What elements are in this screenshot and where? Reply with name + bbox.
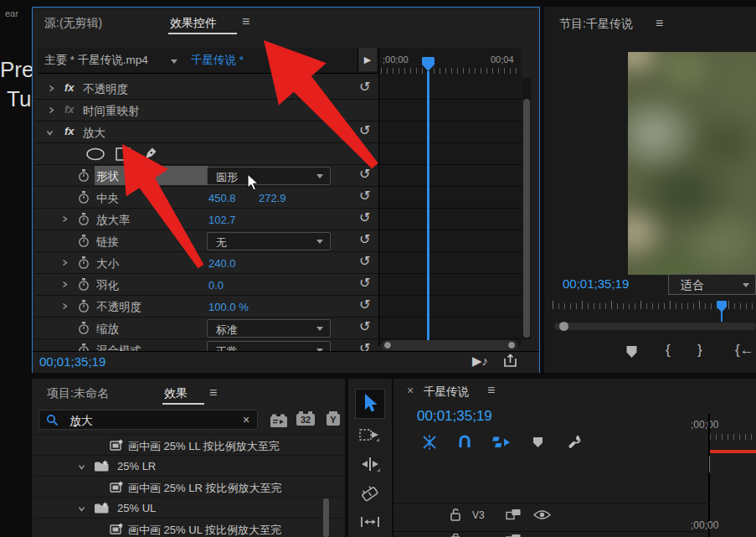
pen-mask-icon[interactable] [143, 146, 158, 161]
accelerated-effects-badge-icon[interactable] [270, 413, 288, 428]
stopwatch-icon[interactable] [78, 213, 90, 225]
magnification-value[interactable]: 102.7 [208, 214, 236, 226]
expand-chevron-icon[interactable] [48, 85, 55, 92]
clip-selector-chevron-icon[interactable] [171, 59, 177, 64]
property-row-magnification[interactable]: 放大率 102.7 ↺ [34, 209, 522, 230]
expand-chevron-icon[interactable] [61, 281, 69, 288]
timeline-timecode[interactable]: 00;01;35;19 [417, 408, 492, 425]
preset-bin-item[interactable]: 25% LR [33, 455, 343, 477]
program-panel-title[interactable]: 节目:千星传说 [559, 17, 633, 32]
ec-playhead-marker[interactable] [421, 56, 435, 72]
preset-bin-item[interactable]: 25% UL [33, 497, 343, 519]
track-lock-icon[interactable] [450, 508, 461, 521]
timeline-playhead-line[interactable] [709, 456, 710, 472]
opacity-value[interactable]: 100.0 % [208, 301, 249, 313]
linked-selection-icon[interactable] [492, 436, 511, 449]
timeline-tab-label[interactable]: 千星传说 [424, 385, 469, 400]
expand-chevron-icon[interactable] [61, 259, 69, 266]
add-marker-icon[interactable] [532, 436, 543, 448]
reset-property-icon[interactable]: ↺ [359, 255, 370, 268]
stopwatch-icon[interactable] [78, 169, 90, 182]
property-row-scaling[interactable]: 缩放 标准 ↺ [34, 318, 522, 339]
feather-value[interactable]: 0.0 [208, 279, 224, 292]
collapse-chevron-icon[interactable] [78, 505, 85, 513]
ripple-edit-tool[interactable] [359, 456, 381, 472]
reset-property-icon[interactable]: ↺ [359, 342, 370, 351]
reset-property-icon[interactable]: ↺ [359, 168, 370, 181]
close-tab-icon[interactable]: × [407, 384, 414, 397]
collapse-chevron-icon[interactable] [46, 129, 54, 137]
shape-dropdown[interactable]: 圆形 [207, 167, 331, 185]
mark-in-icon[interactable]: { [666, 342, 671, 359]
yuv-badge-icon[interactable]: Y [327, 414, 340, 426]
razor-tool[interactable] [360, 484, 380, 503]
reset-property-icon[interactable]: ↺ [359, 298, 370, 312]
effect-preset-item[interactable]: 画中画 25% UL 按比例放大至完 [33, 518, 343, 537]
stopwatch-icon[interactable] [78, 343, 90, 351]
ec-playhead-line[interactable] [427, 71, 429, 341]
blend-mode-dropdown[interactable]: 正常 [207, 341, 331, 351]
program-scroll-handle[interactable] [559, 322, 568, 331]
reset-property-icon[interactable]: ↺ [359, 233, 370, 246]
property-row-size[interactable]: 大小 240.0 ↺ [34, 252, 522, 274]
panel-menu-icon[interactable]: ≡ [487, 383, 495, 398]
stopwatch-icon[interactable] [78, 235, 90, 247]
play-audio-icon[interactable]: ▶♪ [472, 354, 488, 369]
scaling-dropdown[interactable]: 标准 [207, 319, 331, 338]
effect-row-opacity-fx[interactable]: fx 不透明度 ↺ [34, 78, 522, 100]
center-y-value[interactable]: 272.9 [259, 192, 286, 204]
program-timecode[interactable]: 00;01;35;19 [563, 276, 629, 291]
ellipse-mask-icon[interactable] [85, 147, 106, 162]
ec-ruler-ticks[interactable] [381, 68, 522, 74]
mark-out-icon[interactable]: } [697, 342, 702, 359]
ec-zoom-handle-right[interactable] [507, 341, 516, 349]
property-row-link[interactable]: 链接 无 ↺ [34, 230, 522, 252]
effects-list-scrollbar-thumb[interactable] [323, 498, 329, 537]
play-around-button[interactable]: ▶ [357, 48, 377, 71]
collapse-chevron-icon[interactable] [78, 463, 85, 471]
property-row-feather[interactable]: 羽化 0.0 ↺ [34, 274, 522, 296]
panel-menu-icon[interactable]: ≡ [242, 14, 249, 29]
reset-property-icon[interactable]: ↺ [359, 189, 370, 203]
tab-effects[interactable]: 效果 [164, 386, 188, 401]
add-marker-icon[interactable] [625, 345, 638, 359]
track-select-forward-tool[interactable] [359, 426, 381, 443]
size-value[interactable]: 240.0 [208, 257, 236, 270]
expand-chevron-icon[interactable] [48, 106, 55, 114]
stopwatch-icon[interactable] [78, 278, 90, 291]
master-clip-label[interactable]: 主要 * 千星传说.mp4 [44, 53, 148, 68]
reset-property-icon[interactable]: ↺ [359, 276, 370, 290]
property-row-shape[interactable]: 形状 圆形 ↺ [34, 165, 522, 187]
fx-badge-icon[interactable]: fx [64, 103, 75, 116]
timeline-settings-wrench-icon[interactable] [566, 433, 582, 449]
fx-badge-icon[interactable]: fx [64, 81, 75, 94]
timeline-ruler-ticks[interactable] [710, 434, 756, 440]
tab-project[interactable]: 项目:未命名 [47, 386, 109, 401]
expand-chevron-icon[interactable] [61, 215, 69, 223]
clear-search-icon[interactable]: × [243, 413, 249, 426]
link-dropdown[interactable]: 无 [207, 232, 331, 250]
toggle-track-output-eye-icon[interactable] [533, 509, 551, 520]
sequence-clip-label[interactable]: 千星传说 * [191, 53, 244, 68]
property-row-center[interactable]: 中央 450.8 272.9 ↺ [34, 187, 522, 209]
panel-menu-icon[interactable]: ≡ [209, 385, 217, 400]
slip-tool[interactable] [360, 514, 380, 529]
ec-zoom-handle-left[interactable] [383, 341, 392, 349]
go-to-in-icon[interactable]: {← [735, 342, 754, 359]
tab-source-monitor[interactable]: 源:(无剪辑) [44, 16, 102, 31]
effect-row-time-remap[interactable]: fx 时间重映射 [34, 100, 522, 121]
stopwatch-icon[interactable] [78, 322, 90, 334]
selection-tool[interactable] [362, 393, 378, 415]
fx-badge-icon[interactable]: fx [64, 125, 75, 137]
stopwatch-icon[interactable] [78, 256, 90, 269]
reset-property-icon[interactable]: ↺ [359, 320, 370, 333]
ec-timecode[interactable]: 00;01;35;19 [39, 354, 105, 369]
nest-insert-icon[interactable] [421, 434, 438, 451]
track-v3-label[interactable]: V3 [472, 509, 485, 521]
tab-effect-controls[interactable]: 效果控件 [170, 16, 217, 31]
effect-preset-item[interactable]: 画中画 25% LL 按比例放大至完 [33, 434, 343, 456]
panel-menu-icon[interactable]: ≡ [656, 16, 663, 31]
ec-vertical-scrollbar-thumb[interactable] [523, 99, 530, 338]
property-row-opacity[interactable]: 不透明度 100.0 % ↺ [34, 296, 522, 318]
effect-preset-item[interactable]: 画中画 25% LR 按比例放大至完 [33, 476, 343, 498]
